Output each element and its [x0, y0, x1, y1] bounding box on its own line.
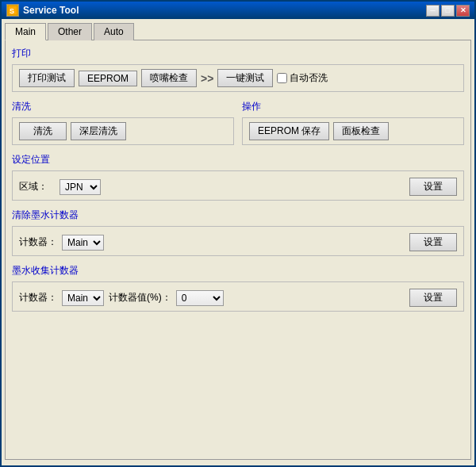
window: S Service Tool ─ □ ✕ Main Other Auto 打印 …	[0, 0, 476, 467]
section-clean-body: 清洗 深层清洗	[12, 117, 234, 145]
content-area: Main Other Auto 打印 打印测试 EEPROM 喷嘴检查 >> 一…	[2, 19, 474, 463]
tab-content-main: 打印 打印测试 EEPROM 喷嘴检查 >> 一键测试 自动否洗	[5, 40, 471, 460]
set-position-button[interactable]: 设置	[409, 178, 457, 196]
clear-ink-counter-set-button[interactable]: 设置	[409, 233, 457, 251]
counter-value-label: 计数器值(%)：	[109, 291, 171, 304]
section-ink-collect-counter-body: 计数器： Main Sub 计数器值(%)： 0 10 20 30 设置	[12, 281, 464, 312]
window-title: Service Tool	[23, 5, 79, 16]
print-test-button[interactable]: 打印测试	[19, 69, 75, 87]
clear-counter-label: 计数器：	[19, 235, 57, 249]
close-button[interactable]: ✕	[456, 5, 470, 17]
nozzle-check-button[interactable]: 喷嘴检查	[141, 69, 197, 87]
section-set-position: 设定位置 区域： JPN USA EUR 设置	[12, 153, 464, 201]
window-icon: S	[6, 4, 19, 17]
one-key-test-button[interactable]: 一键测试	[217, 69, 273, 87]
tab-main[interactable]: Main	[5, 23, 46, 40]
panel-check-button[interactable]: 面板检查	[333, 122, 389, 140]
section-clean-title: 清洗	[12, 100, 234, 113]
svg-text:S: S	[10, 7, 14, 15]
tab-bar: Main Other Auto	[5, 22, 471, 40]
tab-auto[interactable]: Auto	[94, 23, 134, 40]
section-set-position-body: 区域： JPN USA EUR 设置	[12, 170, 464, 201]
section-ink-collect-counter-title: 墨水收集计数器	[12, 264, 464, 278]
region-select[interactable]: JPN USA EUR	[60, 179, 101, 195]
section-print-title: 打印	[12, 47, 464, 60]
section-set-position-title: 设定位置	[12, 153, 464, 167]
section-clear-ink-counter: 清除墨水计数器 计数器： Main Sub 设置	[12, 209, 464, 256]
section-print-body: 打印测试 EEPROM 喷嘴检查 >> 一键测试 自动否洗	[12, 64, 464, 92]
auto-clean-checkbox[interactable]	[277, 73, 287, 83]
counter-value-select[interactable]: 0 10 20 30	[176, 290, 224, 306]
section-operation-body: EEPROM 保存 面板检查	[242, 117, 464, 145]
ink-collect-counter-set-button[interactable]: 设置	[409, 289, 457, 307]
collect-counter-label: 计数器：	[19, 291, 57, 304]
section-operation: 操作 EEPROM 保存 面板检查	[242, 100, 464, 145]
section-clean: 清洗 清洗 深层清洗	[12, 100, 234, 145]
minimize-button[interactable]: ─	[426, 5, 440, 17]
restore-button[interactable]: □	[441, 5, 455, 17]
auto-clean-label: 自动否洗	[290, 71, 328, 85]
clean-operation-row: 清洗 清洗 深层清洗 操作 EEPROM 保存 面板检查	[12, 100, 464, 145]
clean-button[interactable]: 清洗	[19, 122, 67, 140]
section-operation-title: 操作	[242, 100, 464, 113]
eeprom-save-button[interactable]: EEPROM 保存	[249, 122, 329, 140]
tab-other[interactable]: Other	[48, 23, 92, 40]
eeprom-print-button[interactable]: EEPROM	[79, 71, 137, 86]
deep-clean-button[interactable]: 深层清洗	[71, 122, 126, 140]
section-clear-ink-counter-body: 计数器： Main Sub 设置	[12, 226, 464, 256]
section-ink-collect-counter: 墨水收集计数器 计数器： Main Sub 计数器值(%)： 0 10 20	[12, 264, 464, 312]
section-print: 打印 打印测试 EEPROM 喷嘴检查 >> 一键测试 自动否洗	[12, 47, 464, 92]
title-bar: S Service Tool ─ □ ✕	[2, 2, 474, 19]
collect-counter-select[interactable]: Main Sub	[62, 290, 104, 306]
section-clear-ink-counter-title: 清除墨水计数器	[12, 209, 464, 222]
region-label: 区域：	[19, 180, 55, 193]
chevron-icon: >>	[201, 72, 213, 85]
clear-counter-select[interactable]: Main Sub	[62, 235, 104, 251]
